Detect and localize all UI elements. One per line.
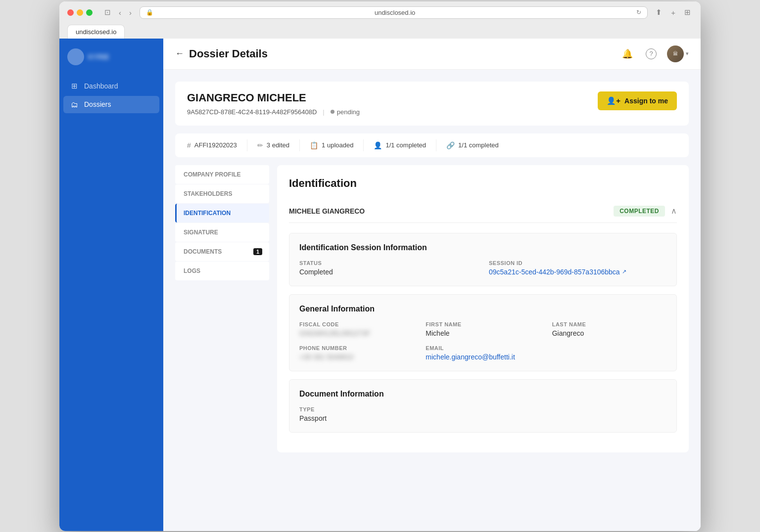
phone-field: PHONE NUMBER +39 391 5049810 (299, 345, 414, 361)
content-area: GIANGRECO MICHELE 9A5827CD-878E-4C24-811… (163, 70, 701, 531)
fiscal-code-value: GNGMHL85L09G273F (299, 329, 414, 337)
main-area: ← Dossier Details 🔔 ? 🏛 ▾ (163, 39, 701, 531)
nav-label-stakeholders: STAKEHOLDERS (184, 190, 232, 197)
breadcrumb: ← Dossier Details (175, 47, 268, 60)
nav-item-stakeholders[interactable]: STAKEHOLDERS (175, 184, 269, 203)
sidebar-item-dashboard[interactable]: ⊞ Dashboard (63, 77, 159, 95)
security-icon: 🔒 (146, 9, 153, 16)
session-info-grid: STATUS Completed SESSION ID 09c5a21c-5ce… (299, 260, 666, 276)
dossier-header: GIANGRECO MICHELE 9A5827CD-878E-4C24-811… (175, 82, 689, 126)
stat-edited-value: 3 edited (267, 141, 289, 149)
nav-item-documents[interactable]: DOCUMENTS 1 (175, 242, 269, 261)
logo-icon (67, 48, 84, 65)
sidebar-dossiers-label: Dossiers (84, 100, 111, 108)
refresh-icon: ↻ (636, 9, 641, 16)
maximize-button[interactable] (86, 9, 93, 16)
url-display: undisclosed.io (156, 9, 633, 16)
external-link-icon: ↗ (622, 268, 626, 275)
stat-completed2: 🔗 1/1 completed (446, 139, 509, 151)
last-name-label: LAST NAME (552, 321, 666, 327)
header-actions: 🔔 ? 🏛 ▾ (619, 45, 689, 62)
session-id-value[interactable]: 09c5a21c-5ced-442b-969d-857a3106bbca ↗ (489, 268, 666, 276)
session-id-field: SESSION ID 09c5a21c-5ced-442b-969d-857a3… (489, 260, 666, 276)
browser-controls: ⊡ ‹ › (102, 7, 134, 18)
status-badge: pending (331, 108, 360, 116)
help-button[interactable]: ? (643, 46, 659, 62)
first-name-label: FIRST NAME (426, 321, 540, 327)
sidebar-nav: ⊞ Dashboard 🗂 Dossiers (59, 77, 163, 113)
logo-text: KYRIE (88, 53, 109, 61)
user-icon: 👤 (374, 141, 382, 149)
sidebar-toggle-button[interactable]: ⊡ (102, 7, 113, 18)
dashboard-icon: ⊞ (69, 82, 79, 90)
stat-uploaded: 📋 1 uploaded (310, 139, 364, 151)
help-icon: ? (646, 48, 657, 59)
link-icon: 🔗 (446, 141, 455, 149)
assign-label: Assign to me (624, 97, 668, 105)
back-button[interactable]: ‹ (117, 7, 123, 18)
email-value[interactable]: michele.giangreco@buffetti.it (426, 353, 540, 361)
avatar-chevron-icon: ▾ (686, 50, 689, 57)
email-field: EMAIL michele.giangreco@buffetti.it (426, 345, 540, 361)
forward-button[interactable]: › (127, 7, 134, 18)
session-info-section: Identification Session Information STATU… (289, 233, 677, 286)
share-button[interactable]: ⬆ (654, 7, 664, 18)
page-title: Dossier Details (189, 47, 268, 60)
left-nav: COMPANY PROFILE STAKEHOLDERS IDENTIFICAT… (175, 165, 269, 452)
identification-title: Identification (289, 177, 677, 190)
last-name-field: LAST NAME Giangreco (552, 321, 666, 337)
stat-edited: ✏ 3 edited (257, 139, 300, 151)
first-name-value: Michele (426, 329, 540, 337)
document-info-section: Document Information TYPE Passport (289, 379, 677, 433)
nav-label-company-profile: COMPANY PROFILE (184, 171, 241, 178)
detail-panel: Identification MICHELE GIANGRECO COMPLET… (277, 165, 689, 452)
phone-value: +39 391 5049810 (299, 353, 414, 361)
doc-type-label: TYPE (299, 406, 666, 412)
dossier-title-section: GIANGRECO MICHELE 9A5827CD-878E-4C24-811… (187, 91, 360, 116)
dossier-meta: 9A5827CD-878E-4C24-8119-A482F956408D | p… (187, 108, 360, 116)
nav-label-logs: LOGS (184, 267, 200, 274)
back-arrow-button[interactable]: ← (175, 48, 184, 59)
address-bar[interactable]: 🔒 undisclosed.io ↻ (140, 6, 648, 19)
nav-label-identification: IDENTIFICATION (184, 210, 231, 217)
nav-item-signature[interactable]: SIGNATURE (175, 223, 269, 242)
email-label: EMAIL (426, 345, 540, 351)
fiscal-code-field: FISCAL CODE GNGMHL85L09G273F (299, 321, 414, 337)
close-button[interactable] (67, 9, 74, 16)
sidebar-logo: KYRIE (59, 48, 163, 77)
sidebar-dashboard-label: Dashboard (84, 82, 118, 90)
assign-to-me-button[interactable]: 👤+ Assign to me (598, 91, 677, 110)
notification-button[interactable]: 🔔 (619, 46, 635, 62)
general-info-grid: FISCAL CODE GNGMHL85L09G273F FIRST NAME … (299, 321, 666, 361)
dossier-id: 9A5827CD-878E-4C24-8119-A482F956408D (187, 108, 317, 116)
nav-item-company-profile[interactable]: COMPANY PROFILE (175, 165, 269, 184)
person-name: MICHELE GIANGRECO (289, 207, 365, 215)
nav-label-signature: SIGNATURE (184, 229, 218, 236)
browser-chrome: ⊡ ‹ › 🔒 undisclosed.io ↻ ⬆ + ⊞ undisclos… (59, 1, 701, 39)
assign-icon: 👤+ (607, 96, 620, 105)
stats-bar: # AFFI19202023 ✏ 3 edited 📋 1 uploaded 👤… (175, 133, 689, 157)
session-id-label: SESSION ID (489, 260, 666, 266)
stat-ref-value: AFFI19202023 (194, 141, 237, 149)
doc-type-field: TYPE Passport (299, 406, 666, 422)
stat-ref: # AFFI19202023 (187, 139, 247, 151)
document-info-title: Document Information (299, 390, 666, 399)
identification-person-row: MICHELE GIANGRECO COMPLETED ∧ (289, 200, 677, 223)
grid-view-button[interactable]: ⊞ (682, 7, 693, 18)
phone-label: PHONE NUMBER (299, 345, 414, 351)
new-tab-button[interactable]: + (669, 7, 677, 18)
status-field-value: Completed (299, 268, 477, 276)
sidebar-item-dossiers[interactable]: 🗂 Dossiers (63, 96, 159, 113)
documents-badge: 1 (253, 248, 262, 255)
avatar-initials: 🏛 (673, 51, 678, 56)
browser-tab[interactable]: undisclosed.io (67, 25, 125, 39)
collapse-button[interactable]: ∧ (671, 206, 677, 216)
dossier-name: GIANGRECO MICHELE (187, 91, 360, 104)
user-avatar-button[interactable]: 🏛 ▾ (667, 45, 689, 62)
browser-right-buttons: ⬆ + ⊞ (654, 7, 693, 18)
minimize-button[interactable] (77, 9, 83, 16)
bell-icon: 🔔 (622, 48, 633, 59)
nav-item-identification[interactable]: IDENTIFICATION (175, 204, 269, 222)
nav-item-logs[interactable]: LOGS (175, 262, 269, 280)
first-name-field: FIRST NAME Michele (426, 321, 540, 337)
